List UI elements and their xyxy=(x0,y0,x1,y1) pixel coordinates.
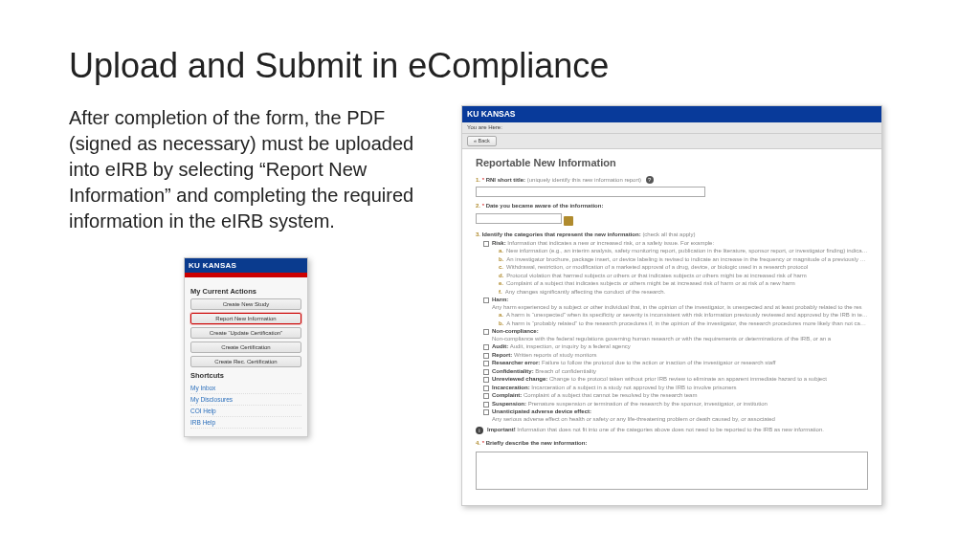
q3-hint: (check all that apply) xyxy=(642,231,695,237)
important-text: Information that does not fit into one o… xyxy=(517,427,824,432)
checkbox-category[interactable] xyxy=(483,361,489,366)
risk-subitem: a.New information (e.g., an interim anal… xyxy=(499,248,868,255)
question-1: 1. * RNI short title: (uniquely identify… xyxy=(476,176,868,198)
category-row: Non-compliance: Non-compliance with the … xyxy=(483,328,868,342)
shortcut-my-disclosures[interactable]: My Disclosures xyxy=(190,394,301,406)
q2-label: Date you became aware of the information… xyxy=(486,203,604,209)
harm-key: Harm: xyxy=(492,297,508,302)
risk-subitem: d.Protocol violation that harmed subject… xyxy=(499,273,868,280)
panel-section-actions: My Current Actions xyxy=(190,287,301,296)
harm-text: Any harm experienced by a subject or oth… xyxy=(492,304,862,310)
action-create-certification[interactable]: Create Certification xyxy=(190,342,301,353)
category-row: Unanticipated adverse device effect: Any… xyxy=(483,408,868,423)
risk-text: Information that indicates a new or incr… xyxy=(507,240,714,246)
important-label: Important! xyxy=(487,427,516,432)
checkbox-category[interactable] xyxy=(483,393,489,399)
question-4: 4. * Briefly describe the new informatio… xyxy=(476,440,868,490)
category-row: Confidentiality: Breach of confidentiali… xyxy=(483,368,868,376)
risk-subitem: b.An investigator brochure, package inse… xyxy=(499,256,868,264)
risk-subitem: f.Any changes significantly affecting th… xyxy=(499,289,868,297)
help-icon[interactable]: ? xyxy=(646,176,654,184)
panel-brand: KU KANSAS xyxy=(185,258,307,273)
checkbox-category[interactable] xyxy=(483,353,489,359)
q4-label: Briefly describe the new information: xyxy=(486,440,588,446)
shortcut-coi-help[interactable]: COI Help xyxy=(190,406,301,417)
action-report-new-information[interactable]: Report New Information xyxy=(190,313,301,324)
info-icon: i xyxy=(476,427,483,434)
risk-key: Risk: xyxy=(492,240,506,246)
category-row: Researcher error: Failure to follow the … xyxy=(483,360,868,367)
shortcut-irb-help[interactable]: IRB Help xyxy=(190,417,301,429)
page-title: Upload and Submit in eCompliance xyxy=(69,46,911,86)
category-row: Audit: Audit, inspection, or inquiry by … xyxy=(483,343,868,351)
checkbox-harm[interactable] xyxy=(483,298,489,303)
harm-subitem: b.A harm is “probably related” to the re… xyxy=(499,320,868,328)
describe-information-textarea[interactable] xyxy=(476,452,868,490)
q1-hint: (uniquely identify this new information … xyxy=(527,177,641,183)
category-row: Unreviewed change: Change to the protoco… xyxy=(483,376,868,384)
checkbox-category[interactable] xyxy=(483,344,489,350)
instructions-text: After completion of the form, the PDF (s… xyxy=(69,105,423,234)
rni-form-screenshot: KU KANSAS You are Here: « Back Reportabl… xyxy=(461,105,882,506)
question-2: 2. * Date you became aware of the inform… xyxy=(476,203,868,226)
risk-subitem: c.Withdrawal, restriction, or modificati… xyxy=(499,264,868,272)
checkbox-category[interactable] xyxy=(483,369,489,375)
checkbox-category[interactable] xyxy=(483,386,489,391)
back-button[interactable]: « Back xyxy=(467,136,497,146)
category-row: Incarceration: Incarceration of a subjec… xyxy=(483,385,868,392)
risk-subitem: e.Complaint of a subject that indicates … xyxy=(499,280,868,288)
action-create-rec-certification[interactable]: Create Rec. Certification xyxy=(190,356,301,367)
form-brand: KU KANSAS xyxy=(462,106,881,122)
rni-short-title-input[interactable] xyxy=(476,187,705,197)
shortcut-my-inbox[interactable]: My Inbox xyxy=(190,383,301,394)
checkbox-risk[interactable] xyxy=(483,241,489,247)
action-create-update-certification[interactable]: Create “Update Certification” xyxy=(190,327,301,339)
q3-label: Identify the categories that represent t… xyxy=(482,231,641,237)
checkbox-category[interactable] xyxy=(483,402,489,408)
category-row: Complaint: Complaint of a subject that c… xyxy=(483,392,868,400)
form-heading: Reportable New Information xyxy=(476,157,868,170)
calendar-icon[interactable] xyxy=(564,216,573,226)
breadcrumb-label: You are Here: xyxy=(467,124,502,132)
harm-subitem: a.A harm is “unexpected” when its specif… xyxy=(499,312,868,320)
category-row: Suspension: Premature suspension or term… xyxy=(483,401,868,408)
question-3: 3. Identify the categories that represen… xyxy=(476,231,868,434)
checkbox-category[interactable] xyxy=(483,409,489,415)
checkbox-category[interactable] xyxy=(483,377,489,383)
date-aware-input[interactable] xyxy=(476,213,562,224)
q1-label: RNI short title: xyxy=(486,177,525,183)
category-row: Report: Written reports of study monitor… xyxy=(483,352,868,360)
panel-section-shortcuts: Shortcuts xyxy=(190,371,301,380)
checkbox-category[interactable] xyxy=(483,329,489,335)
sidebar-panel-screenshot: KU KANSAS My Current Actions Create New … xyxy=(184,257,308,437)
action-create-new-study[interactable]: Create New Study xyxy=(190,298,301,310)
